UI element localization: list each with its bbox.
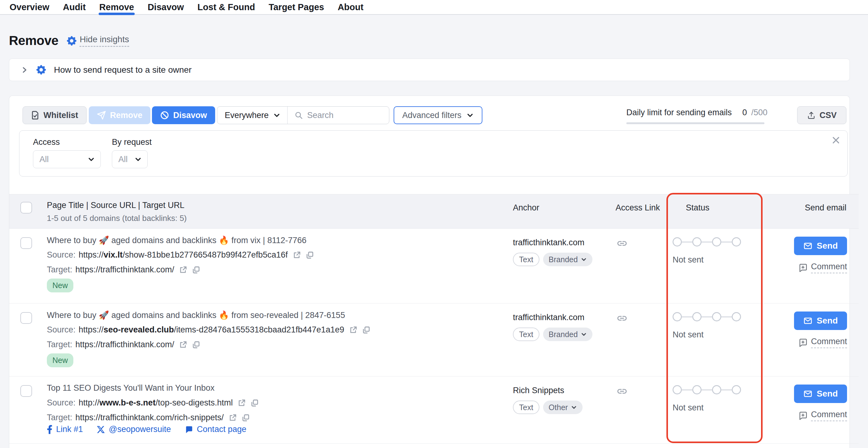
status-stepper — [673, 312, 741, 321]
comment-link[interactable]: Comment — [798, 262, 847, 273]
filters-panel: Access All By request All — [19, 130, 848, 177]
row-checkbox[interactable] — [20, 385, 32, 397]
source-url: https://seo-revealed.club/items-d28476a1… — [79, 325, 344, 334]
anchor-category-dropdown[interactable]: Branded — [543, 327, 593, 341]
external-link-icon[interactable] — [349, 326, 357, 334]
copy-icon[interactable] — [242, 414, 250, 422]
tab-target-pages[interactable]: Target Pages — [268, 0, 324, 14]
access-link-icon[interactable] — [617, 313, 627, 324]
external-link-icon[interactable] — [229, 414, 237, 422]
comment-link[interactable]: Comment — [798, 337, 847, 348]
access-filter-value: All — [39, 155, 49, 164]
target-label: Target: — [47, 340, 72, 349]
access-filter-select[interactable]: All — [33, 150, 101, 168]
new-badge: New — [47, 279, 73, 292]
row-checkbox[interactable] — [20, 312, 32, 324]
tab-lost-and-found[interactable]: Lost & Found — [197, 0, 256, 14]
gear-icon — [36, 65, 46, 74]
backlink-title: Where to buy 🚀 aged domains and backlink… — [47, 235, 306, 245]
copy-icon[interactable] — [306, 251, 314, 259]
external-link-icon[interactable] — [238, 399, 246, 407]
anchor-text: trafficthinktank.com — [513, 238, 584, 248]
facebook-icon — [47, 425, 53, 434]
copy-icon[interactable] — [362, 326, 370, 334]
insights-expander[interactable]: How to send request to a site owner — [9, 59, 850, 81]
copy-icon[interactable] — [192, 266, 200, 274]
comment-link[interactable]: Comment — [798, 410, 847, 421]
top-tab-bar: Overview Audit Remove Disavow Lost & Fou… — [0, 0, 868, 15]
search-input[interactable] — [307, 110, 381, 120]
external-link-icon[interactable] — [179, 266, 187, 274]
scope-select[interactable]: Everywhere — [217, 106, 287, 124]
envelope-icon — [803, 389, 812, 398]
advanced-filters-label: Advanced filters — [402, 110, 461, 120]
anchor-category-dropdown[interactable]: Branded — [543, 253, 593, 266]
status-text: Not sent — [673, 255, 704, 265]
target-url: https://trafficthinktank.com/ — [75, 340, 175, 349]
tab-audit[interactable]: Audit — [62, 0, 86, 14]
x-profile-link[interactable]: @seopowersuite — [96, 424, 171, 434]
column-header-access-link: Access Link — [616, 203, 660, 213]
send-button[interactable]: Send — [794, 385, 847, 403]
by-request-filter-select[interactable]: All — [112, 150, 148, 168]
target-url: https://trafficthinktank.com/ — [75, 265, 175, 275]
column-header-anchor: Anchor — [513, 203, 539, 213]
select-all-checkbox[interactable] — [20, 202, 32, 214]
close-filters-button[interactable] — [831, 135, 841, 145]
remove-button[interactable]: Remove — [89, 106, 150, 124]
tab-remove[interactable]: Remove — [99, 0, 135, 14]
disavow-label: Disavow — [173, 110, 207, 120]
column-header-send-email: Send email — [805, 203, 846, 213]
facebook-link[interactable]: Link #1 — [47, 424, 83, 434]
source-label: Source: — [47, 325, 75, 334]
envelope-icon — [803, 316, 812, 325]
export-icon — [807, 111, 815, 120]
csv-label: CSV — [819, 110, 837, 120]
send-button[interactable]: Send — [794, 312, 847, 330]
external-link-icon[interactable] — [179, 341, 187, 349]
anchor-type-tag: Text — [513, 253, 539, 266]
hide-insights-label: Hide insights — [80, 34, 129, 47]
daily-limit-total: /500 — [751, 108, 768, 118]
comment-plus-icon — [798, 411, 808, 420]
access-link-icon[interactable] — [617, 386, 627, 397]
external-link-icon[interactable] — [293, 251, 301, 259]
tab-about[interactable]: About — [337, 0, 364, 14]
advanced-filters-button[interactable]: Advanced filters — [394, 106, 483, 124]
paper-plane-icon — [97, 110, 106, 120]
anchor-text: trafficthinktank.com — [513, 313, 584, 322]
daily-limit-progress — [626, 122, 765, 124]
daily-limit-label: Daily limit for sending emails — [626, 108, 732, 118]
access-filter-label: Access — [33, 137, 60, 147]
new-badge: New — [47, 353, 73, 367]
anchor-category-dropdown[interactable]: Other — [543, 401, 583, 414]
send-button[interactable]: Send — [794, 237, 847, 255]
tab-overview[interactable]: Overview — [9, 0, 50, 14]
chevron-down-icon — [581, 256, 587, 262]
tab-disavow[interactable]: Disavow — [147, 0, 185, 14]
status-text: Not sent — [673, 330, 704, 340]
chevron-down-icon — [571, 404, 577, 410]
scope-value: Everywhere — [225, 110, 269, 120]
insights-title: How to send request to a site owner — [54, 65, 192, 75]
chevron-right-icon — [20, 66, 28, 74]
by-request-filter-label: By request — [112, 137, 152, 147]
copy-icon[interactable] — [192, 341, 200, 349]
table-header: Page Title | Source URL | Target URL 1-5… — [9, 194, 859, 229]
chevron-down-icon — [466, 111, 474, 119]
status-stepper — [673, 385, 741, 394]
export-csv-button[interactable]: CSV — [797, 106, 846, 124]
row-checkbox[interactable] — [20, 237, 32, 249]
target-url: https://trafficthinktank.com/rich-snippe… — [75, 413, 224, 422]
source-label: Source: — [47, 398, 75, 408]
access-link-icon[interactable] — [617, 238, 627, 249]
hide-insights-link[interactable]: Hide insights — [67, 34, 129, 47]
page-title: Remove — [9, 33, 58, 48]
copy-icon[interactable] — [251, 399, 258, 407]
contact-page-link[interactable]: Contact page — [185, 424, 247, 434]
whitelist-button[interactable]: Whitelist — [23, 106, 87, 124]
backlink-title: Top 11 SEO Digests You'll Want in Your I… — [47, 383, 215, 393]
chevron-down-icon — [134, 156, 142, 163]
disavow-button[interactable]: Disavow — [152, 106, 215, 124]
column-header-status: Status — [686, 203, 710, 213]
